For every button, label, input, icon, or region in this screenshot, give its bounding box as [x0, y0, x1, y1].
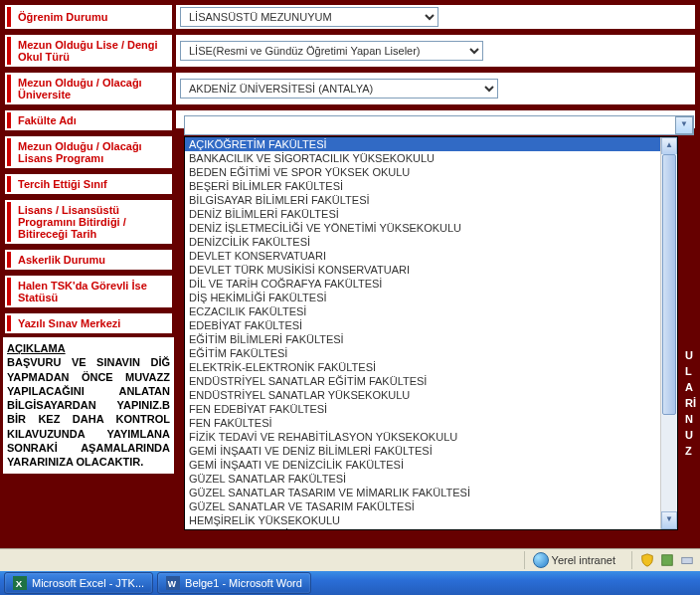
explanation-box: AÇIKLAMA BAŞVURU VE SINAVIN DİĞ YAPMADAN… — [3, 337, 174, 474]
dropdown-option[interactable]: FİZİK TEDAVİ VE REHABİTİLASYON YÜKSEKOKU… — [185, 430, 661, 444]
clipped-text-right: ULARİNUZ — [685, 348, 697, 460]
dropdown-option[interactable]: GEMİ İNŞAATI VE DENİZ BİLİMLERİ FAKÜLTES… — [185, 444, 661, 458]
dropdown-option[interactable]: DENİZCİLİK FAKÜLTESİ — [185, 235, 661, 249]
label-universite: Mezun Olduğu / Olacağı Üniversite — [3, 71, 174, 106]
select-ogrenim-durumu[interactable]: LİSANSÜSTÜ MEZUNUYUM — [180, 7, 438, 27]
dropdown-option[interactable]: BİLGİSAYAR BİLİMLERİ FAKÜLTESİ — [185, 193, 661, 207]
scroll-up-icon[interactable]: ▲ — [661, 137, 677, 155]
dropdown-option[interactable]: DENİZ İŞLETMECİLİĞİ VE YÖNETİMİ YÜKSEKOK… — [185, 221, 661, 235]
dropdown-option[interactable]: EDEBİYAT FAKÜLTESİ — [185, 318, 661, 332]
dropdown-option[interactable]: GÜZEL SANATLAR VE TASARIM FAKÜLTESİ — [185, 499, 661, 513]
dropdown-option[interactable]: ECZACILIK FAKÜLTESİ — [185, 304, 661, 318]
dropdown-option[interactable]: ENDÜSTRİYEL SANATLAR EĞİTİM FAKÜLTESİ — [185, 374, 661, 388]
zone-label: Yerel intranet — [552, 554, 615, 566]
dropdown-option[interactable]: DEVLET KONSERVATUARI — [185, 249, 661, 263]
label-tercih-sinif: Tercih Ettiği Sınıf — [3, 172, 174, 196]
label-askerlik: Askerlik Durumu — [3, 248, 174, 272]
dropdown-option[interactable]: HEMŞİRELİK YÜKSEKOKULU — [185, 513, 661, 527]
taskbar-word[interactable]: W Belge1 - Microsoft Word — [157, 572, 311, 594]
label-lisans-programi: Mezun Olduğu / Olacağı Lisans Programı — [3, 134, 174, 170]
globe-icon — [533, 552, 549, 568]
select-lise-turu[interactable]: LİSE(Resmi ve Gündüz Öğretimi Yapan Lise… — [180, 41, 483, 61]
label-ogrenim-durumu: Öğrenim Durumu — [3, 3, 174, 31]
dropdown-option[interactable]: BANKACILIK VE SİGORTACILIK YÜKSEKOKULU — [185, 151, 661, 165]
dropdown-option[interactable]: BEŞERİ BİLİMLER FAKÜLTESİ — [185, 179, 661, 193]
svg-text:W: W — [168, 579, 177, 589]
select-universite[interactable]: AKDENİZ ÜNİVERSİTESİ (ANTALYA) — [180, 79, 498, 99]
label-fakulte-adi: Fakülte Adı — [3, 108, 174, 132]
dropdown-option[interactable]: BEDEN EĞİTİMİ VE SPOR YÜKSEK OKULU — [185, 165, 661, 179]
taskbar-excel[interactable]: X Microsoft Excel - JTK... — [4, 572, 153, 594]
dropdown-scrollbar[interactable]: ▲ ▼ — [660, 137, 677, 529]
label-sinav-merkezi: Yazılı Sınav Merkezi — [3, 311, 174, 335]
dropdown-option[interactable]: GÜZEL SANATLAR TASARIM VE MİMARLIK FAKÜL… — [185, 486, 661, 499]
svg-rect-0 — [662, 555, 673, 566]
dropdown-option[interactable]: DEVLET TÜRK MUSİKİSİ KONSERVATUARI — [185, 263, 661, 277]
dropdown-option[interactable]: EĞİTİM BİLİMLERİ FAKÜLTESİ — [185, 332, 661, 346]
dropdown-option[interactable]: ELEKTRİK-ELEKTRONİK FAKÜLTESİ — [185, 360, 661, 374]
dropdown-option[interactable]: DİŞ HEKİMLİĞİ FAKÜLTESİ — [185, 291, 661, 304]
tool-icon — [660, 553, 674, 567]
fakulte-dropdown-list[interactable]: AÇIKÖĞRETİM FAKÜLTESİBANKACILIK VE SİGOR… — [184, 136, 678, 530]
dropdown-option[interactable]: DENİZ BİLİMLERİ FAKÜLTESİ — [185, 207, 661, 221]
dropdown-option[interactable]: FEN FAKÜLTESİ — [185, 416, 661, 430]
scroll-thumb[interactable] — [662, 154, 676, 415]
shield-icon — [640, 553, 654, 567]
scroll-down-icon[interactable]: ▼ — [661, 511, 677, 529]
label-tsk-statu: Halen TSK'da Görevli İse Statüsü — [3, 274, 174, 309]
dropdown-option[interactable]: HUKUK FAKÜLTESİ — [185, 527, 661, 529]
label-bitirecegi-tarih: Lisans / Lisansüstü Programını Bitirdiği… — [3, 198, 174, 246]
dropdown-option[interactable]: DİL VE TARİH COĞRAFYA FAKÜLTESİ — [185, 277, 661, 291]
svg-text:X: X — [16, 578, 23, 589]
dropdown-option[interactable]: FEN EDEBİYAT FAKÜLTESİ — [185, 402, 661, 416]
dropdown-option[interactable]: GEMİ İNŞAATI VE DENİZCİLİK FAKÜLTESİ — [185, 458, 661, 472]
excel-icon: X — [13, 576, 27, 590]
dropdown-option[interactable]: GÜZEL SANATLAR FAKÜLTESİ — [185, 472, 661, 486]
settings-icon — [680, 553, 694, 567]
dropdown-option[interactable]: AÇIKÖĞRETİM FAKÜLTESİ — [185, 137, 661, 151]
windows-taskbar: X Microsoft Excel - JTK... W Belge1 - Mi… — [0, 571, 700, 595]
chevron-down-icon: ▼ — [675, 116, 693, 134]
svg-rect-1 — [682, 557, 693, 563]
select-fakulte-open[interactable]: ▼ — [184, 115, 694, 135]
word-icon: W — [166, 576, 180, 590]
label-lise-turu: Mezun Olduğu Lise / Dengi Okul Türü — [3, 33, 174, 69]
dropdown-option[interactable]: EĞİTİM FAKÜLTESİ — [185, 346, 661, 360]
dropdown-option[interactable]: ENDÜSTRİYEL SANATLAR YÜKSEKOKULU — [185, 388, 661, 402]
ie-status-bar: Yerel intranet — [0, 548, 700, 571]
